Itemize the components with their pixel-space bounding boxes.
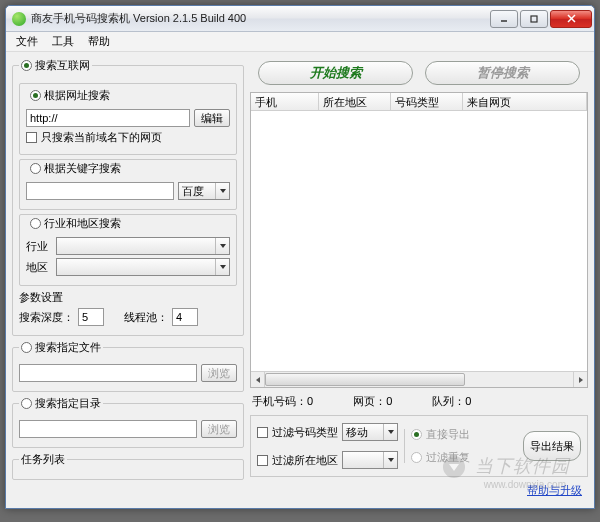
threads-input[interactable] xyxy=(172,308,198,326)
status-bar: 手机号码：0 网页：0 队列：0 xyxy=(250,392,588,411)
radio-by-industry[interactable]: 行业和地区搜索 xyxy=(28,216,123,231)
radio-icon xyxy=(21,342,32,353)
file-path-input[interactable] xyxy=(19,364,197,382)
label-filter-type: 过滤号码类型 xyxy=(272,425,338,440)
menu-help[interactable]: 帮助 xyxy=(82,32,116,51)
group-search-dir: 搜索指定目录 浏览 xyxy=(12,396,244,448)
url-input[interactable] xyxy=(26,109,190,127)
radio-icon xyxy=(21,398,32,409)
pause-search-button[interactable]: 暂停搜索 xyxy=(425,61,580,85)
region-combo[interactable] xyxy=(56,258,230,276)
right-column: 开始搜索 暂停搜索 手机 所在地区 号码类型 来自网页 手机号码：0 xyxy=(250,58,588,502)
filter-type-combo[interactable]: 移动 xyxy=(342,423,398,441)
engine-combo[interactable]: 百度 xyxy=(178,182,230,200)
params-section: 参数设置 搜索深度： 线程池： xyxy=(19,290,237,326)
table-body xyxy=(251,111,587,371)
menu-file[interactable]: 文件 xyxy=(10,32,44,51)
status-queue-value: 0 xyxy=(465,395,471,407)
col-from[interactable]: 来自网页 xyxy=(463,93,587,110)
divider xyxy=(404,429,405,463)
industry-combo[interactable] xyxy=(56,237,230,255)
menubar: 文件 工具 帮助 xyxy=(6,32,594,52)
label-only-domain: 只搜索当前域名下的网页 xyxy=(41,130,162,145)
export-button[interactable]: 导出结果 xyxy=(523,431,581,461)
label-task-list: 任务列表 xyxy=(21,452,65,467)
window-title: 商友手机号码搜索机 Version 2.1.5 Build 400 xyxy=(31,11,488,26)
radio-icon xyxy=(30,90,41,101)
radio-icon xyxy=(30,218,41,229)
scroll-right-icon[interactable] xyxy=(573,372,587,387)
titlebar[interactable]: 商友手机号码搜索机 Version 2.1.5 Build 400 xyxy=(6,6,594,32)
scroll-thumb[interactable] xyxy=(265,373,465,386)
label-industry: 行业 xyxy=(26,239,52,254)
group-task-list: 任务列表 xyxy=(12,452,244,480)
scroll-left-icon[interactable] xyxy=(251,372,265,387)
browse-file-button[interactable]: 浏览 xyxy=(201,364,237,382)
checkbox-filter-type[interactable] xyxy=(257,427,268,438)
label-params: 参数设置 xyxy=(19,291,63,303)
results-table[interactable]: 手机 所在地区 号码类型 来自网页 xyxy=(250,92,588,388)
checkbox-filter-region[interactable] xyxy=(257,455,268,466)
group-search-file: 搜索指定文件 浏览 xyxy=(12,340,244,392)
dir-path-input[interactable] xyxy=(19,420,197,438)
window-controls xyxy=(488,10,592,28)
radio-search-dir[interactable]: 搜索指定目录 xyxy=(19,396,103,411)
label-dedup-export: 过滤重复 xyxy=(426,450,470,465)
status-queue-label: 队列： xyxy=(432,395,465,407)
left-column: 搜索互联网 根据网址搜索 编辑 只搜索当前域名下的网页 xyxy=(12,58,244,502)
app-icon xyxy=(12,12,26,26)
status-page-label: 网页： xyxy=(353,395,386,407)
browse-dir-button[interactable]: 浏览 xyxy=(201,420,237,438)
status-phone-value: 0 xyxy=(307,395,313,407)
client-area: 搜索互联网 根据网址搜索 编辑 只搜索当前域名下的网页 xyxy=(6,52,594,508)
watermark-url: www.downxia.com xyxy=(484,479,566,490)
chevron-down-icon xyxy=(215,259,229,275)
close-button[interactable] xyxy=(550,10,592,28)
status-page-value: 0 xyxy=(386,395,392,407)
table-header: 手机 所在地区 号码类型 来自网页 xyxy=(251,93,587,111)
label-by-industry: 行业和地区搜索 xyxy=(44,216,121,231)
subgroup-by-industry: 行业和地区搜索 行业 地区 xyxy=(19,214,237,286)
label-by-url: 根据网址搜索 xyxy=(44,88,110,103)
start-search-button[interactable]: 开始搜索 xyxy=(258,61,413,85)
col-phone[interactable]: 手机 xyxy=(251,93,319,110)
filter-type-value: 移动 xyxy=(343,425,383,440)
label-search-file: 搜索指定文件 xyxy=(35,340,101,355)
edit-button[interactable]: 编辑 xyxy=(194,109,230,127)
subgroup-by-keyword: 根据关键字搜索 百度 xyxy=(19,159,237,210)
filter-region-combo[interactable] xyxy=(342,451,398,469)
radio-dedup-export[interactable] xyxy=(411,452,422,463)
radio-search-file[interactable]: 搜索指定文件 xyxy=(19,340,103,355)
minimize-button[interactable] xyxy=(490,10,518,28)
col-type[interactable]: 号码类型 xyxy=(391,93,463,110)
radio-direct-export[interactable] xyxy=(411,429,422,440)
chevron-down-icon xyxy=(215,183,229,199)
keyword-input[interactable] xyxy=(26,182,174,200)
h-scrollbar[interactable] xyxy=(251,371,587,387)
depth-input[interactable] xyxy=(78,308,104,326)
status-phone-label: 手机号码： xyxy=(252,395,307,407)
chevron-down-icon xyxy=(383,452,397,468)
chevron-down-icon xyxy=(383,424,397,440)
radio-search-internet[interactable]: 搜索互联网 xyxy=(19,58,92,73)
chevron-down-icon xyxy=(215,238,229,254)
radio-icon xyxy=(21,60,32,71)
col-region[interactable]: 所在地区 xyxy=(319,93,391,110)
app-window: 商友手机号码搜索机 Version 2.1.5 Build 400 文件 工具 … xyxy=(5,5,595,509)
label-filter-region: 过滤所在地区 xyxy=(272,453,338,468)
menu-tools[interactable]: 工具 xyxy=(46,32,80,51)
subgroup-by-url: 根据网址搜索 编辑 只搜索当前域名下的网页 xyxy=(19,83,237,155)
radio-by-url[interactable]: 根据网址搜索 xyxy=(28,88,112,103)
group-search-internet: 搜索互联网 根据网址搜索 编辑 只搜索当前域名下的网页 xyxy=(12,58,244,336)
label-depth: 搜索深度： xyxy=(19,310,74,325)
label-by-keyword: 根据关键字搜索 xyxy=(44,161,121,176)
export-panel: 过滤号码类型 移动 过滤所在地区 xyxy=(250,415,588,477)
svg-rect-1 xyxy=(531,16,537,22)
radio-icon xyxy=(30,163,41,174)
maximize-button[interactable] xyxy=(520,10,548,28)
label-direct-export: 直接导出 xyxy=(426,427,470,442)
radio-by-keyword[interactable]: 根据关键字搜索 xyxy=(28,161,123,176)
label-threads: 线程池： xyxy=(124,310,168,325)
checkbox-only-domain[interactable] xyxy=(26,132,37,143)
label-search-internet: 搜索互联网 xyxy=(35,58,90,73)
